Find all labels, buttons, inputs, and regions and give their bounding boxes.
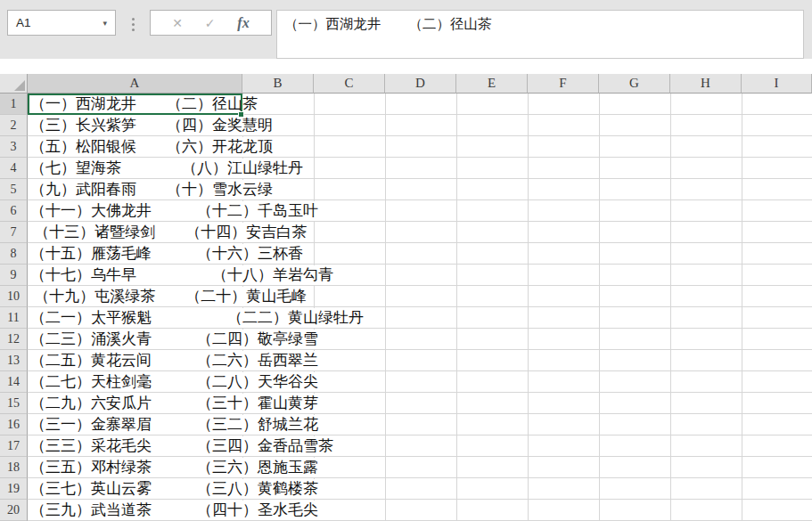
selection-border [28, 94, 242, 115]
cell-text[interactable]: （二三）涌溪火青 （二四）敬亭绿雪 [30, 330, 318, 349]
cell-text[interactable]: （十五）雁荡毛峰 （十六）三杯香 [30, 244, 303, 264]
sheet-row[interactable]: （十一）大佛龙井 （十二）千岛玉叶 [28, 200, 812, 222]
row-headers: 1 2 3 4 5 6 7 8 9 10 11 12 13 14 15 16 1… [0, 94, 28, 521]
row-header-11[interactable]: 11 [0, 307, 28, 329]
column-header-h[interactable]: H [670, 74, 742, 94]
row-header-4[interactable]: 4 [0, 158, 28, 179]
sheet-row[interactable]: （二七）天柱剑毫 （二八）天华谷尖 [28, 371, 812, 393]
cell-text[interactable]: （三七）英山云雾 （三八）黄鹤楼茶 [30, 479, 318, 499]
cell-text[interactable]: （十七）乌牛早 （十八）羊岩勾青 [30, 265, 333, 285]
insert-function-icon[interactable]: fx [237, 15, 249, 31]
row-header-3[interactable]: 3 [0, 136, 28, 158]
formula-buttons: ✕ ✓ fx [150, 10, 272, 36]
cell-text[interactable]: （三三）采花毛尖 （三四）金香品雪茶 [30, 436, 333, 456]
cell-text[interactable]: （三五）邓村绿茶 （三六）恩施玉露 [30, 458, 318, 477]
column-header-b[interactable]: B [242, 74, 314, 94]
column-header-i[interactable]: I [742, 74, 812, 94]
cell-text[interactable]: （三九）武当道茶 （四十）圣水毛尖 [30, 501, 318, 520]
row-header-1[interactable]: 1 [0, 94, 28, 115]
cell-text[interactable]: （五）松阳银候 （六）开花龙顶 [30, 137, 273, 157]
sheet-row[interactable]: （九）武阳春雨 （十）雪水云绿 [28, 179, 812, 200]
sheet-row[interactable]: （二一）太平猴魁 （二二）黄山绿牡丹 [28, 307, 812, 329]
column-header-g[interactable]: G [599, 74, 670, 94]
spreadsheet-window: A1 ▾ ✕ ✓ fx （一）西湖龙井 （二）径山茶 A B C D E F G… [0, 0, 812, 521]
row-header-7[interactable]: 7 [0, 222, 28, 243]
row-header-20[interactable]: 20 [0, 500, 28, 521]
formula-toolbar: A1 ▾ ✕ ✓ fx （一）西湖龙井 （二）径山茶 [0, 0, 812, 59]
sheet-row[interactable]: （三九）武当道茶 （四十）圣水毛尖 [28, 500, 812, 521]
row-header-10[interactable]: 10 [0, 286, 28, 307]
sheet-row[interactable]: （十三）诸暨绿剑 （十四）安吉白茶 [28, 222, 812, 243]
cell-text[interactable]: （九）武阳春雨 （十）雪水云绿 [30, 180, 273, 199]
row-header-15[interactable]: 15 [0, 393, 28, 414]
cell-text[interactable]: （三）长兴紫笋 （四）金奖慧明 [30, 116, 273, 135]
sheet-row[interactable]: （五）松阳银候 （六）开花龙顶 [28, 136, 812, 158]
cell-text[interactable]: （二九）六安瓜片 （三十）霍山黄芽 [30, 394, 318, 413]
row-header-9[interactable]: 9 [0, 265, 28, 286]
select-all-button[interactable] [0, 74, 28, 94]
formula-bar[interactable]: （一）西湖龙井 （二）径山茶 [276, 10, 804, 59]
row-header-17[interactable]: 17 [0, 436, 28, 457]
sheet-row[interactable]: （二九）六安瓜片 （三十）霍山黄芽 [28, 393, 812, 414]
chevron-down-icon[interactable]: ▾ [103, 19, 115, 28]
column-header-e[interactable]: E [456, 74, 528, 94]
sheet-row[interactable]: （三五）邓村绿茶 （三六）恩施玉露 [28, 457, 812, 478]
row-header-18[interactable]: 18 [0, 457, 28, 478]
column-headers: A B C D E F G H I [0, 74, 812, 94]
row-header-12[interactable]: 12 [0, 329, 28, 350]
sheet-row[interactable]: （三一）金寨翠眉 （三二）舒城兰花 [28, 414, 812, 436]
row-header-16[interactable]: 16 [0, 414, 28, 436]
column-header-d[interactable]: D [385, 74, 456, 94]
column-header-f[interactable]: F [528, 74, 599, 94]
select-all-triangle-icon [14, 80, 25, 91]
sheet-row[interactable]: （三）长兴紫笋 （四）金奖慧明 [28, 115, 812, 136]
fill-handle[interactable] [238, 111, 244, 118]
row-header-6[interactable]: 6 [0, 200, 28, 222]
cell-text[interactable]: （二五）黄花云间 （二六）岳西翠兰 [30, 351, 318, 370]
cell-text[interactable]: （二一）太平猴魁 （二二）黄山绿牡丹 [30, 308, 364, 328]
formula-bar-value[interactable]: （一）西湖龙井 （二）径山茶 [277, 11, 803, 38]
row-header-19[interactable]: 19 [0, 478, 28, 500]
sheet-row[interactable]: （十五）雁荡毛峰 （十六）三杯香 [28, 243, 812, 265]
cell-text[interactable]: （十九）屯溪绿茶 （二十）黄山毛峰 [30, 287, 307, 306]
cell-text[interactable]: （二七）天柱剑毫 （二八）天华谷尖 [30, 372, 318, 392]
cancel-icon[interactable]: ✕ [172, 16, 183, 30]
cell-text[interactable]: （十三）诸暨绿剑 （十四）安吉白茶 [30, 223, 307, 242]
column-header-a[interactable]: A [28, 74, 242, 94]
cell-text[interactable]: （十一）大佛龙井 （十二）千岛玉叶 [30, 201, 318, 221]
sheet-row[interactable]: （二五）黄花云间 （二六）岳西翠兰 [28, 350, 812, 371]
row-header-5[interactable]: 5 [0, 179, 28, 200]
row-header-2[interactable]: 2 [0, 115, 28, 136]
sheet-row[interactable]: （十七）乌牛早 （十八）羊岩勾青 [28, 265, 812, 286]
toolbar-grip-icon [132, 18, 135, 20]
sheet-row[interactable]: （二三）涌溪火青 （二四）敬亭绿雪 [28, 329, 812, 350]
row-header-8[interactable]: 8 [0, 243, 28, 265]
sheet-row[interactable]: （七）望海茶 （八）江山绿牡丹 [28, 158, 812, 179]
cell-text[interactable]: （三一）金寨翠眉 （三二）舒城兰花 [30, 415, 318, 435]
sheet-row[interactable]: （三三）采花毛尖 （三四）金香品雪茶 [28, 436, 812, 457]
sheet-row[interactable]: （十九）屯溪绿茶 （二十）黄山毛峰 [28, 286, 812, 307]
name-box-value[interactable]: A1 [8, 16, 31, 29]
sheet-grid: （一）西湖龙井 （二）径山茶 （三）长兴紫笋 （四）金奖慧明 （五）松阳银候 （… [28, 94, 812, 521]
enter-icon[interactable]: ✓ [205, 16, 216, 30]
sheet-row[interactable]: （三七）英山云雾 （三八）黄鹤楼茶 [28, 478, 812, 500]
column-header-c[interactable]: C [314, 74, 385, 94]
cell-text[interactable]: （七）望海茶 （八）江山绿牡丹 [30, 159, 303, 178]
row-header-13[interactable]: 13 [0, 350, 28, 371]
row-header-14[interactable]: 14 [0, 371, 28, 393]
name-box[interactable]: A1 ▾ [7, 10, 116, 36]
